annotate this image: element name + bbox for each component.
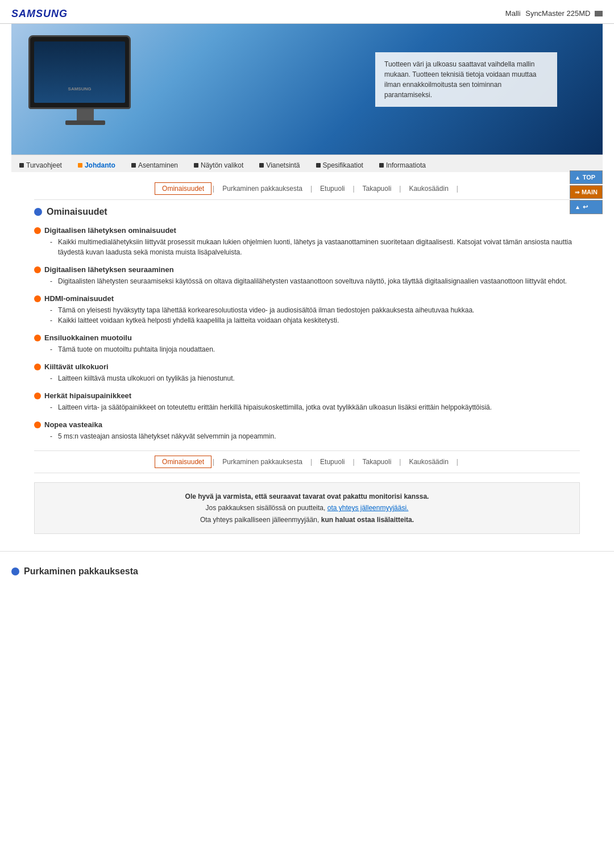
section-nav-bottom: Ominaisuudet | Purkaminen pakkauksesta |…: [34, 450, 580, 473]
feature-title-3: HDMI-ominaisuudet: [34, 294, 580, 303]
feature-icon-6: [34, 393, 41, 399]
model-icon: [595, 11, 603, 16]
feature-desc-item: Kaikki laitteet voidaan kytkeä helposti …: [50, 315, 580, 326]
info-line-1: Ole hyvä ja varmista, että seuraavat tav…: [46, 491, 568, 502]
top-button-label: TOP: [583, 174, 595, 181]
nav-dot-spesifikaatiot: [316, 163, 321, 168]
nav-tab-turvaohjeet[interactable]: Turvaohjeet: [11, 158, 70, 172]
feature-desc-item: Digitaalisten lähetysten seuraamiseksi k…: [50, 276, 580, 286]
feature-item-5: Kiiltävät ulkokuori Laitteen kiiltävä mu…: [34, 362, 580, 383]
nav-tabs: Turvaohjeet Johdanto Asentaminen Näytön …: [11, 155, 603, 172]
feature-title-6: Herkät hipaisupainikkeet: [34, 391, 580, 400]
nav-tab-spesifikaatiot[interactable]: Spesifikaatiot: [308, 158, 371, 172]
feature-title-1: Digitaalisen lähetyksen ominaisuudet: [34, 226, 580, 235]
nav-dot-nayton: [194, 163, 198, 168]
feature-icon-2: [34, 266, 41, 273]
feature-item-4: Ensiluokkainen muotoilu Tämä tuote on mu…: [34, 333, 580, 354]
nav-dot-vianetsinta: [259, 163, 264, 168]
hero-text-box: Tuotteen väri ja ulkoasu saattavat vaihd…: [375, 52, 557, 107]
title-circle-icon: [34, 208, 42, 216]
section-nav-etupuoli[interactable]: Etupuoli: [313, 183, 351, 194]
prev-button-icon: ↩: [583, 203, 588, 211]
info-line-3: Ota yhteys paikalliseen jälleenmyyjään, …: [46, 514, 568, 525]
main-button[interactable]: ⇒ MAIN: [570, 185, 603, 199]
feature-title-2: Digitaalisen lähetyksen seuraaminen: [34, 265, 580, 274]
info-line-2: Jos pakkauksen sisällössä on puutteita, …: [46, 502, 568, 514]
info-box: Ole hyvä ja varmista, että seuraavat tav…: [34, 482, 580, 534]
prev-button[interactable]: ▲ ↩: [570, 200, 603, 214]
nav-tab-asentaminen[interactable]: Asentaminen: [123, 158, 186, 172]
bottom-nav-etupuoli[interactable]: Etupuoli: [313, 456, 351, 468]
nav-tab-johdanto[interactable]: Johdanto: [70, 158, 123, 172]
nav-dot-asentaminen: [131, 163, 136, 168]
feature-icon-3: [34, 295, 41, 302]
section-nav-kaukosaadin[interactable]: Kaukosäädin: [402, 183, 455, 194]
feature-desc-item: Tämä tuote on muotoiltu puhtaita linjoja…: [50, 344, 580, 354]
feature-item-2: Digitaalisen lähetyksen seuraaminen Digi…: [34, 265, 580, 286]
monitor-graphic: SAMSUNG: [28, 35, 142, 126]
bottom-nav-takapuoli[interactable]: Takapuoli: [356, 456, 399, 468]
feature-desc-5: Laitteen kiiltävä musta ulkokuori on tyy…: [50, 373, 580, 383]
header: SAMSUNG Malli SyncMaster 225MD: [0, 0, 614, 24]
feature-desc-3: Tämä on yleisesti hyväksytty tapa lähett…: [50, 305, 580, 326]
feature-desc-item: Tämä on yleisesti hyväksytty tapa lähett…: [50, 305, 580, 315]
samsung-logo: SAMSUNG: [11, 6, 68, 20]
feature-desc-7: 5 ms:n vasteajan ansiosta lähetykset näk…: [50, 431, 580, 441]
section-nav-ominaisuudet[interactable]: Ominaisuudet: [155, 182, 211, 195]
feature-icon-4: [34, 335, 41, 341]
page-title-text: Ominaisuudet: [47, 207, 107, 217]
feature-desc-4: Tämä tuote on muotoiltu puhtaita linjoja…: [50, 344, 580, 354]
feature-title-7: Nopea vasteaika: [34, 420, 580, 429]
nav-tab-vianetsinta[interactable]: Vianetsintä: [251, 158, 308, 172]
feature-title-4: Ensiluokkainen muotoilu: [34, 333, 580, 342]
feature-desc-item: Kaikki multimedialähetyksiin liittyvät p…: [50, 237, 580, 257]
feature-desc-item: Laitteen kiiltävä musta ulkokuori on tyy…: [50, 373, 580, 383]
feature-icon-7: [34, 422, 41, 428]
info-link-1[interactable]: ota yhteys jälleenmyyjääsi.: [327, 504, 409, 512]
feature-desc-2: Digitaalisten lähetysten seuraamiseksi k…: [50, 276, 580, 286]
hero-section: SAMSUNG Tuotteen väri ja ulkoasu saattav…: [11, 24, 603, 155]
feature-item-6: Herkät hipaisupainikkeet Laitteen virta-…: [34, 391, 580, 412]
nav-dot-informaatiota: [379, 163, 384, 168]
nav-tab-nayton-valikot[interactable]: Näytön valikot: [186, 158, 251, 172]
top-button[interactable]: ▲ TOP: [570, 170, 603, 184]
hero-description: Tuotteen väri ja ulkoasu saattavat vaihd…: [384, 60, 537, 99]
section-nav-takapuoli[interactable]: Takapuoli: [356, 183, 399, 194]
bottom-nav-purkaminen[interactable]: Purkaminen pakkauksesta: [215, 456, 309, 468]
feature-item-3: HDMI-ominaisuudet Tämä on yleisesti hyvä…: [34, 294, 580, 326]
nav-dot-turvaohjeet: [19, 163, 24, 168]
bottom-nav-kaukosaadin[interactable]: Kaukosäädin: [402, 456, 455, 468]
feature-icon-5: [34, 364, 41, 370]
purkaminen-circle-icon: [11, 567, 19, 575]
feature-desc-1: Kaikki multimedialähetyksiin liittyvät p…: [50, 237, 580, 257]
feature-desc-item: Laitteen virta- ja säätöpainikkeet on to…: [50, 402, 580, 412]
feature-desc-6: Laitteen virta- ja säätöpainikkeet on to…: [50, 402, 580, 412]
page-title: Ominaisuudet: [34, 207, 580, 217]
float-buttons: ▲ TOP ⇒ MAIN ▲ ↩: [570, 170, 603, 214]
bottom-nav-ominaisuudet[interactable]: Ominaisuudet: [155, 456, 211, 468]
info-bold-1: kun haluat ostaa lisälaitteita.: [321, 516, 414, 524]
feature-icon-1: [34, 227, 41, 234]
main-arrow-icon: ⇒: [575, 189, 579, 195]
nav-dot-johdanto: [78, 163, 82, 168]
feature-item-7: Nopea vasteaika 5 ms:n vasteajan ansiost…: [34, 420, 580, 441]
feature-desc-item: 5 ms:n vasteajan ansiosta lähetykset näk…: [50, 431, 580, 441]
section-nav-top: Ominaisuudet | Purkaminen pakkauksesta |…: [34, 178, 580, 200]
feature-item-1: Digitaalisen lähetyksen ominaisuudet Kai…: [34, 226, 580, 257]
purkaminen-title-text: Purkaminen pakkauksesta: [24, 566, 138, 577]
top-arrow-icon: ▲: [575, 174, 580, 181]
feature-title-5: Kiiltävät ulkokuori: [34, 362, 580, 371]
main-button-label: MAIN: [582, 189, 598, 195]
features-list: Digitaalisen lähetyksen ominaisuudet Kai…: [34, 226, 580, 441]
prev-arrow-icon: ▲: [575, 204, 580, 210]
content-area: Ominaisuudet | Purkaminen pakkauksesta |…: [11, 172, 603, 545]
model-label: Malli: [505, 9, 521, 18]
model-name: SyncMaster 225MD: [525, 9, 590, 18]
nav-tab-informaatiota[interactable]: Informaatiota: [371, 158, 434, 172]
purkaminen-title: Purkaminen pakkauksesta: [0, 566, 614, 577]
section-nav-purkaminen[interactable]: Purkaminen pakkauksesta: [215, 183, 309, 194]
model-info: Malli SyncMaster 225MD: [505, 9, 603, 18]
